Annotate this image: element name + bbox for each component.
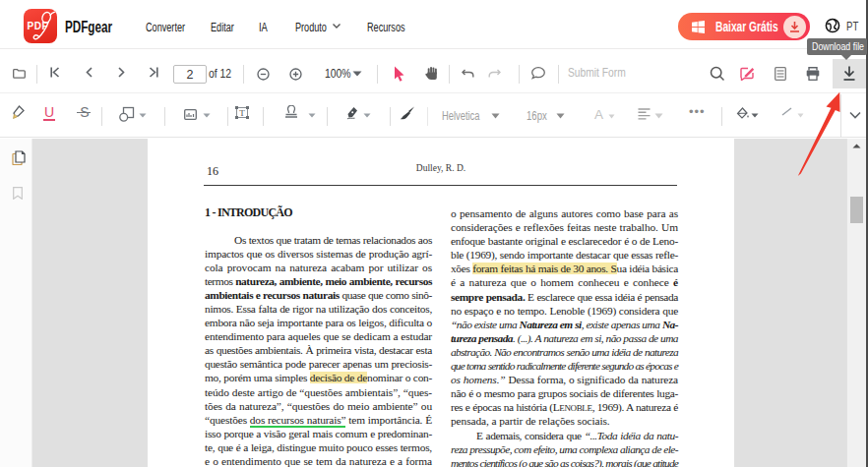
svg-text:T: T (239, 108, 245, 118)
